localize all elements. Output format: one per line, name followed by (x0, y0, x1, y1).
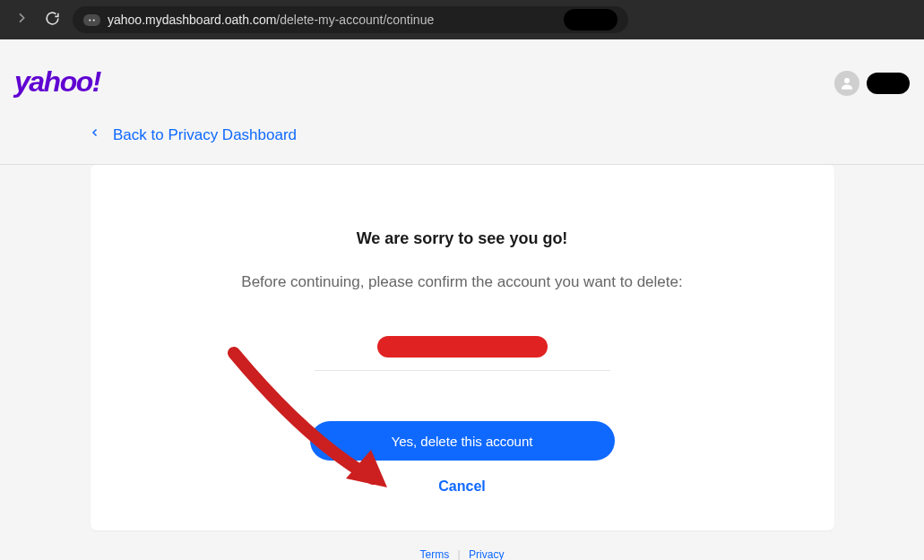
terms-link[interactable]: Terms (420, 548, 450, 560)
address-bar[interactable]: yahoo.mydashboard.oath.com/delete-my-acc… (73, 6, 628, 33)
cancel-button[interactable]: Cancel (438, 478, 485, 495)
url-right-pill (564, 9, 617, 30)
main-content: We are sorry to see you go! Before conti… (0, 164, 924, 530)
url-text: yahoo.mydashboard.oath.com/delete-my-acc… (108, 13, 434, 27)
card-subtitle: Before continuing, please confirm the ac… (126, 273, 799, 291)
footer-separator: | (458, 548, 461, 560)
delete-account-card: We are sorry to see you go! Before conti… (91, 165, 834, 530)
card-title: We are sorry to see you go! (126, 229, 799, 248)
avatar[interactable] (834, 71, 859, 96)
nav-forward-icon[interactable] (11, 7, 32, 33)
yahoo-logo[interactable]: yahoo! (14, 65, 100, 99)
svg-point-1 (93, 19, 95, 21)
reload-icon[interactable] (41, 7, 64, 33)
user-menu[interactable] (867, 73, 910, 94)
svg-point-0 (89, 19, 91, 21)
footer: Terms | Privacy (0, 530, 924, 560)
privacy-link[interactable]: Privacy (469, 548, 504, 560)
account-email-redacted (377, 336, 548, 358)
browser-toolbar: yahoo.mydashboard.oath.com/delete-my-acc… (0, 0, 924, 39)
confirm-delete-button[interactable]: Yes, delete this account (310, 421, 615, 461)
account-row (315, 336, 610, 371)
svg-point-2 (844, 78, 850, 83)
site-info-icon[interactable] (83, 14, 100, 26)
back-to-dashboard-link[interactable]: Back to Privacy Dashboard (113, 126, 297, 144)
chevron-left-icon[interactable] (90, 125, 100, 144)
page-header: yahoo! Back to Privacy Dashboard (0, 39, 924, 164)
